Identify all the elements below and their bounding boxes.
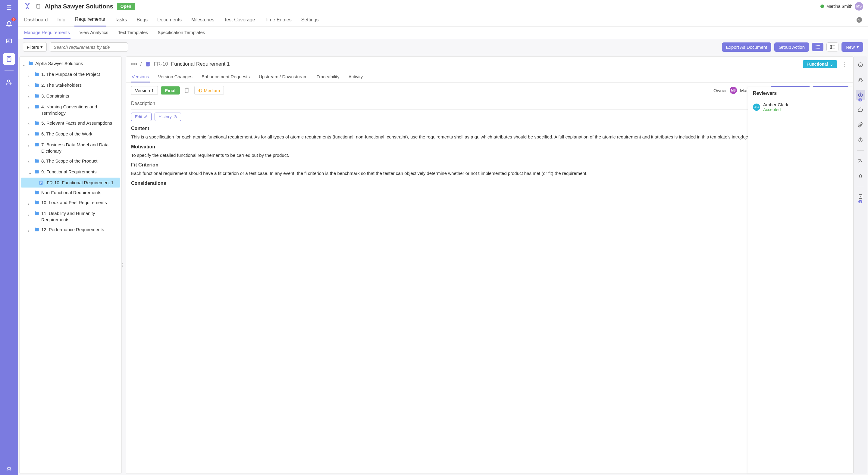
type-dropdown[interactable]: Functional ⌄ [803,60,837,68]
tab-version-changes[interactable]: Version Changes [158,72,193,82]
chevron-down-icon: ⌄ [22,61,26,67]
tab-versions[interactable]: Versions [131,72,150,82]
requirements-tree: ⌄ Alpha Sawyer Solutions ›1. The Purpose… [19,56,122,474]
nav-dashboard-icon[interactable] [3,36,15,47]
hamburger-icon[interactable]: ☰ [5,3,13,13]
subtab-manage[interactable]: Manage Requirements [24,27,70,39]
history-button[interactable]: History [155,112,181,121]
requirement-title: Functional Requirement 1 [171,61,230,67]
tree-item[interactable]: ›1. The Purpose of the Project [20,69,121,80]
resize-handle-vertical[interactable]: ⋮⋮ [738,135,748,141]
tree-item[interactable]: Non-Functional Requirements [20,188,121,198]
project-title: Alpha Sawyer Solutions [44,3,113,10]
kebab-menu-icon[interactable]: ⋮ [840,61,848,68]
detail-tabs: Versions Version Changes Enhancement Req… [126,72,853,83]
view-list-icon[interactable] [812,43,824,51]
help-icon[interactable]: ? [856,16,863,23]
nav-users-icon[interactable] [3,76,15,88]
caret-down-icon: ▾ [857,44,859,50]
nav-divider [4,70,13,71]
rail-attachments-icon[interactable] [856,120,865,130]
tab-test-coverage[interactable]: Test Coverage [223,13,255,26]
tree-item[interactable]: ›6. The Scope of the Work [20,129,121,140]
rail-tasks-icon[interactable]: 2 [856,192,865,201]
rail-bugs-icon[interactable] [856,171,865,181]
resize-handle[interactable]: ⋮⋮ [124,55,126,475]
tree-item[interactable]: ›12. Performance Requirements [20,225,121,235]
breadcrumb: ••• / FR-10 Functional Requirement 1 Fun… [126,57,853,72]
tab-bugs[interactable]: Bugs [136,13,148,26]
tab-upstream[interactable]: Upstream / Downstream [258,72,308,82]
priority-pill[interactable]: ◐ Medium [194,86,224,95]
clipboard-icon [36,4,41,9]
tab-tasks[interactable]: Tasks [114,13,128,26]
edit-button[interactable]: Edit [131,112,152,121]
tab-activity[interactable]: Activity [348,72,364,82]
new-label: New [846,44,855,50]
tree-item[interactable]: ›11. Usability and Humanity Requirements [20,208,121,225]
nav-projects-icon[interactable] [3,53,15,65]
tab-time-entries[interactable]: Time Entries [264,13,292,26]
tree-item[interactable]: ›5. Relevant Facts and Assumptions [20,118,121,129]
tree-item[interactable]: ⌄9. Functional Requirements [20,167,121,178]
nav-notifications[interactable]: 5 [3,18,15,30]
tree-item-label: [FR-10] Functional Requirement 1 [45,179,118,186]
tree-item-label: 3. Constraints [41,93,119,99]
tab-traceability[interactable]: Traceability [316,72,340,82]
tree-item[interactable]: ›4. Naming Conventions and Terminology [20,102,121,118]
history-label: History [158,114,172,119]
project-status-pill[interactable]: Open [117,3,135,10]
tree-item[interactable]: ›10. Look and Feel Requirements [20,198,121,208]
tree-item[interactable]: ›8. The Scope of the Product [20,156,121,167]
tab-enhancement[interactable]: Enhancement Requests [201,72,250,82]
tab-info[interactable]: Info [57,13,66,26]
owner-avatar: MS [730,87,737,94]
view-grid-icon[interactable] [827,42,838,52]
tree-item[interactable]: [FR-10] Functional Requirement 1 [21,178,120,188]
breadcrumb-more[interactable]: ••• [131,61,137,67]
tree-item-label: Non-Functional Requirements [41,189,119,196]
tree-item-label: 4. Naming Conventions and Terminology [41,104,119,116]
top-bar: Alpha Sawyer Solutions Open Martina Smit… [18,0,868,13]
tree-item-label: 2. The Stakeholders [41,82,119,88]
reviewer-item[interactable]: AC Amber Clark Accepted [753,100,848,114]
chevron-right-icon: › [28,200,32,206]
folder-icon [28,61,33,66]
tab-dashboard[interactable]: Dashboard [24,13,48,26]
fit-paragraph: Each functional requirement should have … [131,170,848,177]
tab-settings[interactable]: Settings [301,13,319,26]
version-row: Version 1 Final ◐ Medium Owner MS Martin… [126,83,853,98]
pencil-icon [144,115,148,118]
nav-support-icon[interactable] [3,463,15,475]
rail-comments-icon[interactable] [856,105,865,115]
tab-documents[interactable]: Documents [157,13,182,26]
svg-text:?: ? [858,18,861,22]
subtab-text-templates[interactable]: Text Templates [117,27,149,39]
user-menu[interactable]: Martina Smith MS [820,2,863,10]
rail-build-icon[interactable] [856,156,865,166]
tree-item-label: 6. The Scope of the Work [41,131,119,137]
version-selector[interactable]: Version 1 [131,86,158,95]
tree-root[interactable]: ⌄ Alpha Sawyer Solutions [20,58,121,69]
tree-item[interactable]: ›7. Business Data Model and Data Diction… [20,140,121,156]
status-pill[interactable]: Final [161,87,180,95]
group-action-button[interactable]: Group Action [774,42,809,52]
tab-requirements[interactable]: Requirements [74,13,106,27]
export-button[interactable]: Export As Document [722,42,772,52]
tab-milestones[interactable]: Milestones [191,13,215,26]
rail-info-icon[interactable] [856,60,865,70]
new-button[interactable]: New ▾ [841,42,863,52]
svg-point-2 [7,80,10,82]
subtab-spec-templates[interactable]: Specification Templates [157,27,206,39]
rail-reviewers-icon[interactable]: 1 [856,90,865,100]
filters-button[interactable]: Filters ▾ [23,42,47,52]
tree-item[interactable]: ›3. Constraints [20,91,121,102]
reviewer-avatar: AC [753,104,760,111]
search-input[interactable] [50,42,128,52]
rail-time-icon[interactable] [856,135,865,145]
tree-item[interactable]: ›2. The Stakeholders [20,80,121,91]
chevron-right-icon: › [28,159,32,165]
rail-contributors-icon[interactable] [856,75,865,84]
subtab-analytics[interactable]: View Analytics [79,27,109,39]
copy-icon[interactable] [183,86,191,95]
